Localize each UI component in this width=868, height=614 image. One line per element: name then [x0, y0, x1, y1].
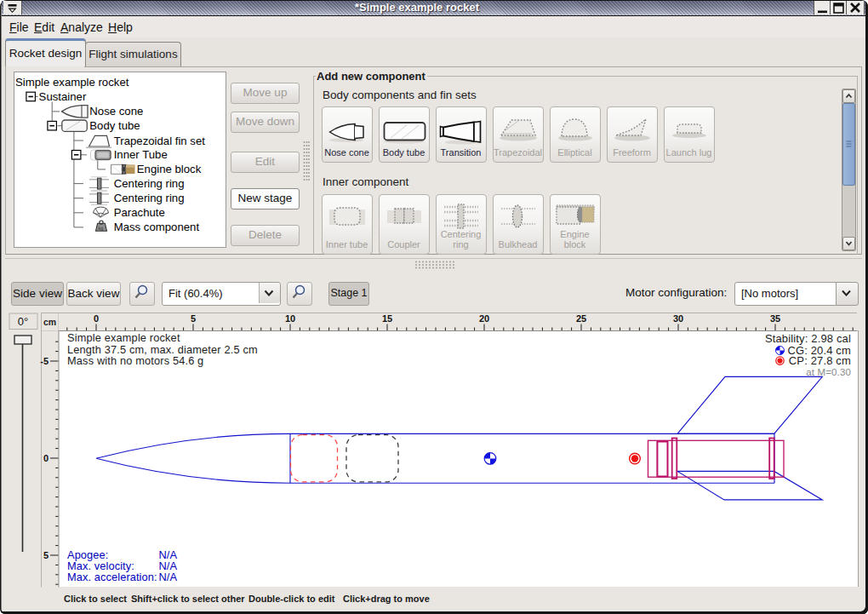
- svg-text:Inner Tube: Inner Tube: [114, 148, 168, 161]
- svg-text:Parachute: Parachute: [114, 206, 165, 219]
- svg-text:Mass component: Mass component: [114, 221, 200, 233]
- svg-text:Trapezoidal fin set: Trapezoidal fin set: [114, 135, 206, 147]
- svg-text:Centering ring: Centering ring: [114, 177, 185, 190]
- svg-text:Simple example rocket: Simple example rocket: [15, 76, 129, 89]
- svg-text:Engine block: Engine block: [137, 163, 202, 175]
- svg-text:Nose cone: Nose cone: [89, 105, 143, 118]
- svg-text:kg: kg: [99, 226, 104, 231]
- svg-text:Centering ring: Centering ring: [114, 192, 185, 204]
- svg-text:Body tube: Body tube: [89, 119, 140, 132]
- svg-text:Sustainer: Sustainer: [39, 90, 87, 103]
